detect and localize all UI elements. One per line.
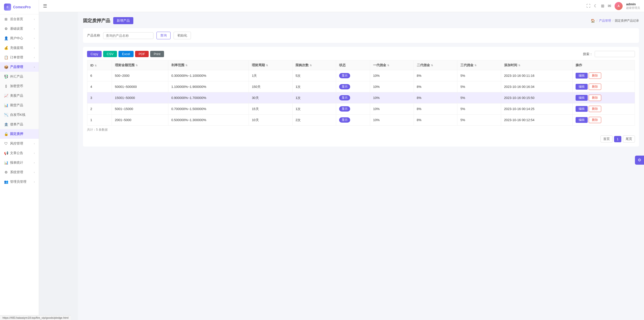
sidebar-label-basic-settings: 基础设置 [10, 26, 23, 31]
settings-float-button[interactable]: ⚙ [635, 156, 644, 165]
sidebar-item-bonds[interactable]: 🏦债券产品 [0, 120, 39, 129]
edit-button[interactable]: 编辑 [576, 95, 588, 101]
sort-icon-三代佣金[interactable]: ⇅ [474, 64, 476, 67]
system-icon: ⚙ [4, 170, 8, 174]
breadcrumb-sep-1: / [596, 19, 597, 22]
sidebar: C ComexPro ⊞后台首页‹⚙基础设置‹👤用户中心‹💰充值提现‹📋订单管理… [0, 0, 39, 320]
table-toolbar: Copy CSV Excel PDF Print 搜索： [87, 51, 635, 57]
sidebar-item-reports[interactable]: 📊报表统计‹ [0, 158, 39, 167]
print-button[interactable]: Print [150, 51, 164, 57]
sort-icon-利率范围[interactable]: ⇅ [185, 64, 187, 67]
delete-button[interactable]: 删除 [589, 95, 601, 101]
cell-1: 50001~500000 [112, 81, 168, 92]
copy-button[interactable]: Copy [87, 51, 102, 57]
cell-2: 0.900000%~1.700000% [168, 92, 249, 103]
us-stocks-icon: 📈 [4, 94, 8, 98]
products-icon: 📦 [4, 65, 8, 69]
cell-0: 1 [87, 115, 112, 126]
dark-mode-icon[interactable]: ☾ [594, 4, 597, 8]
futures-icon: 📊 [4, 103, 8, 107]
col-操作: 操作 [573, 60, 635, 70]
sort-icon-限购次数[interactable]: ⇅ [310, 64, 312, 67]
sidebar-item-orders[interactable]: 📋订单管理‹ [0, 53, 39, 62]
sidebar-item-forex[interactable]: 💱外汇产品 [0, 72, 39, 81]
delete-button[interactable]: 删除 [589, 106, 601, 112]
sidebar-label-futures: 期货产品 [10, 103, 23, 108]
main-content: 固定质押产品 新增产品 🏠 / 产品管理 / 固定质押产品记录 产品名称 查询 … [78, 12, 644, 320]
breadcrumb: 🏠 / 产品管理 / 固定质押产品记录 [591, 19, 639, 23]
pdf-button[interactable]: PDF [135, 51, 149, 57]
breadcrumb-product-management[interactable]: 产品管理 [599, 19, 611, 23]
sidebar-item-products[interactable]: 📦产品管理‹ [0, 62, 39, 72]
logo-text: ComexPro [13, 5, 31, 9]
cell-8: 5% [457, 103, 501, 115]
table-search-input[interactable] [595, 51, 635, 57]
breadcrumb-home[interactable]: 🏠 [591, 19, 595, 23]
cell-1: 500~2000 [112, 70, 168, 81]
layout-icon[interactable]: ⊞ [601, 4, 604, 8]
delete-button[interactable]: 删除 [589, 84, 601, 90]
announcements-icon: 📢 [4, 151, 8, 155]
sidebar-item-futures[interactable]: 📊期货产品 [0, 100, 39, 110]
status-badge: 显示 [339, 95, 350, 100]
fullscreen-icon[interactable]: ⛶ [586, 4, 590, 8]
delete-button[interactable]: 删除 [589, 117, 601, 123]
sort-icon-一代佣金[interactable]: ⇅ [387, 64, 389, 67]
first-page-button[interactable]: 首页 [600, 135, 613, 143]
sidebar-item-user-center[interactable]: 👤用户中心‹ [0, 33, 39, 43]
sidebar-label-us-stocks: 美股产品 [10, 93, 23, 98]
cell-6: 10% [370, 81, 414, 92]
edit-button[interactable]: 编辑 [576, 106, 588, 112]
logo-icon: C [4, 4, 11, 11]
cell-3: 150天 [249, 81, 293, 92]
sidebar-label-announcements: 文章公告 [10, 151, 23, 155]
basic-settings-chevron: ‹ [34, 27, 35, 30]
crypto-icon: ₿ [4, 84, 8, 88]
csv-button[interactable]: CSV [103, 51, 117, 57]
page-1-button[interactable]: 1 [614, 136, 621, 142]
sidebar-item-basic-settings[interactable]: ⚙基础设置‹ [0, 24, 39, 33]
table-head: ID⇅理财金额范围⇅利率范围⇅理财周期⇅限购次数⇅状态一代佣金⇅二代佣金⇅三代佣… [87, 60, 635, 70]
sort-icon-理财周期[interactable]: ⇅ [266, 64, 268, 67]
sidebar-item-risk[interactable]: 🛡风控管理‹ [0, 139, 39, 148]
new-product-button[interactable]: 新增产品 [113, 17, 133, 24]
delete-button[interactable]: 删除 [589, 73, 601, 79]
edit-button[interactable]: 编辑 [576, 84, 588, 90]
header-left: ☰ [43, 3, 47, 9]
sort-icon-理财金额范围[interactable]: ⇅ [136, 64, 138, 67]
sidebar-item-admin-manage[interactable]: 👥管理员管理‹ [0, 177, 39, 187]
sidebar-label-forex: 外汇产品 [10, 74, 23, 79]
col-添加时间: 添加时间⇅ [501, 60, 572, 70]
sort-icon-添加时间[interactable]: ⇅ [518, 64, 520, 67]
sidebar-item-announcements[interactable]: 📢文章公告‹ [0, 148, 39, 158]
sidebar-item-us-stocks[interactable]: 📈美股产品 [0, 91, 39, 100]
last-page-button[interactable]: 尾页 [623, 135, 635, 143]
product-name-input[interactable] [103, 32, 153, 39]
search-button[interactable]: 查询 [156, 32, 171, 39]
sort-icon-二代佣金[interactable]: ⇅ [431, 64, 433, 67]
sidebar-item-crypto-k[interactable]: 📉自发币K线 [0, 110, 39, 120]
sidebar-label-products: 产品管理 [10, 65, 23, 69]
sidebar-item-fixed-pledge[interactable]: 🔒固定质押 [0, 129, 39, 139]
sidebar-item-recharge[interactable]: 💰充值提现‹ [0, 43, 39, 53]
excel-button[interactable]: Excel [118, 51, 134, 57]
sidebar-item-system[interactable]: ⚙系统管理‹ [0, 167, 39, 177]
reset-button[interactable]: 初始化 [174, 32, 191, 39]
cell-8: 5% [457, 115, 501, 126]
menu-icon[interactable]: ☰ [43, 3, 47, 9]
cell-3: 10天 [249, 115, 293, 126]
edit-button[interactable]: 编辑 [576, 117, 588, 123]
cell-2: 0.700000%~1.500000% [168, 103, 249, 115]
cell-0: 3 [87, 92, 112, 103]
sort-icon-ID[interactable]: ⇅ [95, 64, 97, 67]
cell-7: 8% [414, 81, 457, 92]
message-icon[interactable]: ✉ [608, 4, 611, 8]
fixed-pledge-icon: 🔒 [4, 132, 8, 136]
page-title: 固定质押产品 [83, 18, 110, 24]
table-row: 450001~5000001.100000%~1.900000%150天1次显示… [87, 81, 635, 92]
table-card: Copy CSV Excel PDF Print 搜索： ID⇅理财金额范围⇅利… [83, 47, 639, 147]
sidebar-item-crypto[interactable]: ₿加密货币 [0, 81, 39, 91]
page-header: 固定质押产品 新增产品 🏠 / 产品管理 / 固定质押产品记录 [83, 17, 639, 24]
sidebar-item-dashboard[interactable]: ⊞后台首页‹ [0, 14, 39, 24]
edit-button[interactable]: 编辑 [576, 73, 588, 79]
